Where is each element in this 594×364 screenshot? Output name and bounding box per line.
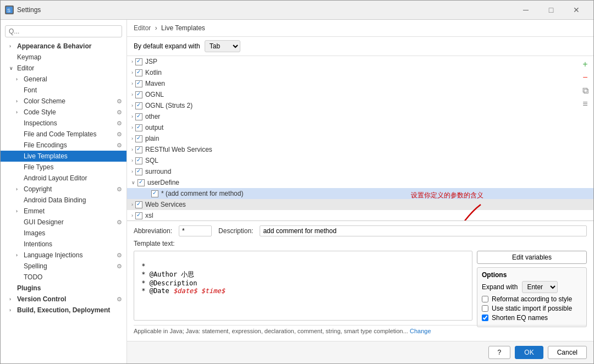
sidebar-item-file-types[interactable]: File Types [1, 162, 127, 173]
sidebar-item-copyright[interactable]: › Copyright ⚙ [1, 184, 127, 195]
expand-with-label: Expand with [482, 283, 518, 291]
group-checkbox-output[interactable] [135, 124, 142, 131]
group-xsl[interactable]: › xsl [127, 210, 593, 221]
sidebar-item-general[interactable]: › General [1, 74, 127, 85]
abbr-label: Abbreviation: [134, 227, 172, 235]
group-checkbox-other[interactable] [135, 113, 142, 120]
gear-icon: ⚙ [117, 142, 122, 149]
spacer [16, 197, 21, 203]
template-label-add-comment: * (add comment for method) [161, 190, 243, 197]
group-maven[interactable]: › Maven [127, 78, 593, 89]
cancel-button[interactable]: Cancel [548, 346, 587, 359]
edit-variables-button[interactable]: Edit variables [477, 251, 587, 264]
sidebar-item-file-code-templates[interactable]: File and Code Templates ⚙ [1, 129, 127, 140]
list-template-button[interactable]: ≡ [579, 98, 591, 110]
reformat-checkbox[interactable] [482, 296, 488, 302]
sidebar-item-emmet[interactable]: › Emmet [1, 206, 127, 217]
spacer [16, 153, 21, 159]
gear-icon: ⚙ [117, 98, 122, 105]
group-checkbox-sql[interactable] [135, 157, 142, 164]
search-input[interactable] [5, 25, 122, 37]
sidebar-item-android-layout-editor[interactable]: Android Layout Editor [1, 173, 127, 184]
change-link[interactable]: Change [410, 328, 431, 334]
sidebar-item-android-data-binding[interactable]: Android Data Binding [1, 195, 127, 206]
chevron-down-icon: ∨ [9, 65, 15, 71]
expand-select[interactable]: Tab Enter Space [205, 40, 240, 52]
chevron-right-icon: › [131, 169, 133, 174]
remove-template-button[interactable]: − [579, 71, 591, 84]
sidebar-item-todo[interactable]: TODO [1, 272, 127, 283]
template-item-add-comment[interactable]: * (add comment for method) [127, 188, 593, 199]
right-panel: Edit variables Options Expand with Tab E… [477, 251, 587, 321]
gear-icon: ⚙ [117, 252, 122, 259]
sidebar-item-gui-designer[interactable]: GUI Designer ⚙ [1, 217, 127, 228]
spacer [16, 263, 21, 269]
copy-template-button[interactable]: ⧉ [579, 85, 591, 97]
group-output[interactable]: › output [127, 122, 593, 133]
group-sql[interactable]: › SQL [127, 155, 593, 166]
shorten-eq-checkbox[interactable] [482, 315, 488, 321]
template-checkbox-add-comment[interactable] [151, 190, 158, 197]
group-checkbox-restful[interactable] [135, 146, 142, 153]
sidebar-item-inspections[interactable]: Inspections ⚙ [1, 118, 127, 129]
chevron-right-icon: › [9, 296, 15, 302]
chevron-right-icon: › [131, 158, 133, 163]
group-checkbox-xsl[interactable] [135, 212, 142, 219]
sidebar-item-version-control[interactable]: › Version Control ⚙ [1, 294, 127, 305]
group-userdefine[interactable]: ∨ userDefine [127, 177, 593, 188]
group-checkbox-web-services[interactable] [135, 201, 142, 208]
option-row-shorten-eq: Shorten EQ names [482, 314, 582, 322]
abbr-input[interactable] [179, 225, 212, 236]
group-plain[interactable]: › plain [127, 133, 593, 144]
sidebar-item-editor[interactable]: ∨ Editor [1, 63, 127, 74]
sidebar-item-keymap[interactable]: Keymap [1, 52, 127, 63]
group-surround[interactable]: › surround [127, 166, 593, 177]
sidebar-item-spelling[interactable]: Spelling ⚙ [1, 261, 127, 272]
sidebar-item-images[interactable]: Images [1, 228, 127, 239]
group-restful[interactable]: › RESTful Web Services [127, 144, 593, 155]
group-kotlin[interactable]: › Kotlin [127, 67, 593, 78]
close-button[interactable]: ✕ [564, 4, 589, 16]
group-checkbox-surround[interactable] [135, 168, 142, 175]
chevron-right-icon: › [16, 98, 21, 104]
add-template-button[interactable]: + [579, 58, 591, 70]
group-checkbox-ognl[interactable] [135, 91, 142, 98]
group-jsp[interactable]: › JSP [127, 56, 593, 67]
expand-with-row: By default expand with Tab Enter Space [127, 37, 593, 56]
template-text-area[interactable]: * * @Author 小思 * @Description * @Date $d… [134, 251, 472, 321]
group-checkbox-maven[interactable] [135, 80, 142, 87]
maximize-button[interactable]: □ [538, 4, 564, 16]
sidebar-item-build-execution[interactable]: › Build, Execution, Deployment [1, 305, 127, 316]
sidebar-item-code-style[interactable]: › Code Style ⚙ [1, 107, 127, 118]
templates-list: › JSP › Kotlin › Maven › [127, 56, 593, 221]
group-ognl-struts2[interactable]: › OGNL (Struts 2) [127, 100, 593, 111]
sidebar-item-color-scheme[interactable]: › Color Scheme ⚙ [1, 96, 127, 107]
sidebar-item-live-templates[interactable]: Live Templates [1, 151, 127, 162]
sidebar-item-intentions[interactable]: Intentions [1, 239, 127, 250]
group-label-sql: SQL [145, 157, 158, 164]
group-checkbox-userdefine[interactable] [138, 179, 145, 186]
sidebar-item-language-injections[interactable]: › Language Injections ⚙ [1, 250, 127, 261]
sidebar-item-appearance[interactable]: › Appearance & Behavior [1, 41, 127, 52]
help-button[interactable]: ? [488, 346, 511, 359]
ok-button[interactable]: OK [515, 346, 543, 359]
group-label-userdefine: userDefine [147, 179, 179, 186]
group-web-services[interactable]: › Web Services [127, 199, 593, 210]
group-checkbox-plain[interactable] [135, 135, 142, 142]
toolbar-buttons: + − ⧉ ≡ [577, 56, 593, 112]
group-checkbox-jsp[interactable] [135, 58, 142, 65]
minimize-button[interactable]: ─ [513, 4, 538, 16]
desc-input[interactable] [260, 225, 587, 236]
group-checkbox-kotlin[interactable] [135, 69, 142, 76]
sidebar-item-file-encodings[interactable]: File Encodings ⚙ [1, 140, 127, 151]
group-checkbox-ognl-struts2[interactable] [135, 102, 142, 109]
group-ognl[interactable]: › OGNL [127, 89, 593, 100]
static-import-checkbox[interactable] [482, 305, 488, 312]
group-other[interactable]: › other [127, 111, 593, 122]
expand-with-options-row: Expand with Tab Enter Space [482, 281, 582, 293]
sidebar-item-font[interactable]: Font [1, 85, 127, 96]
group-label-ognl: OGNL [145, 91, 164, 98]
expand-with-select[interactable]: Tab Enter Space [522, 281, 558, 293]
sidebar-item-plugins[interactable]: Plugins [1, 283, 127, 294]
chevron-right-icon: › [9, 43, 15, 49]
